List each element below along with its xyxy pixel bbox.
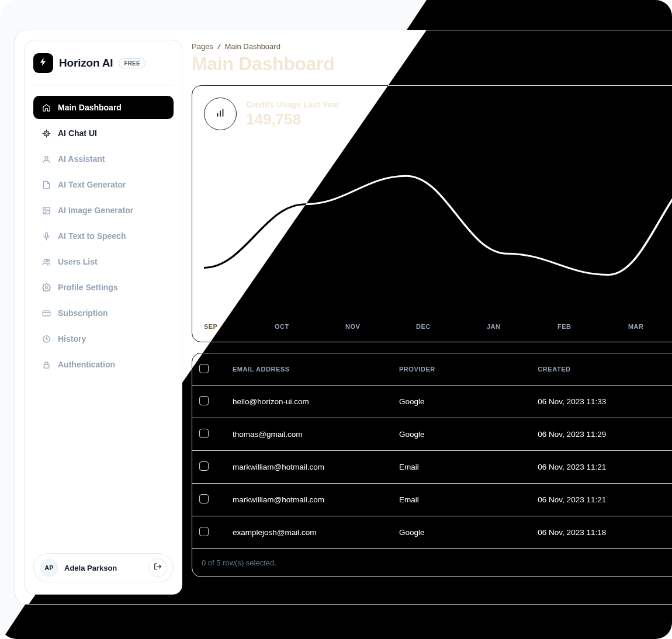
select-all-checkbox[interactable]	[199, 364, 209, 373]
svg-point-13	[45, 286, 47, 289]
table-row: markwilliam@hotmail.comEmail06 Nov, 2023…	[192, 451, 672, 484]
sidebar-item-history[interactable]: History	[33, 327, 174, 350]
table-header-row: EMAIL ADDRESSPROVIDERCREATEDLAST S	[192, 353, 672, 386]
row-checkbox[interactable]	[199, 429, 209, 438]
cell-email: hello@horizon-ui.com	[226, 386, 392, 418]
row-checkbox[interactable]	[199, 396, 209, 405]
sidebar-item-subscription[interactable]: Subscription	[33, 301, 174, 325]
x-tick: FEB	[557, 323, 628, 330]
chip-icon	[41, 129, 51, 138]
chart-svg	[204, 148, 672, 317]
cell-created: 06 Nov, 2023 11:18	[531, 516, 672, 549]
cell-provider: Google	[392, 418, 531, 451]
breadcrumb: Pages / Main Dashboard	[192, 40, 672, 51]
page-title: Main Dashboard	[192, 53, 672, 75]
gear-icon	[41, 283, 51, 292]
users-table: EMAIL ADDRESSPROVIDERCREATEDLAST S hello…	[192, 353, 672, 549]
svg-rect-1	[46, 133, 47, 134]
x-tick: JAN	[487, 323, 557, 330]
row-checkbox[interactable]	[199, 527, 209, 536]
sidebar-item-main-dashboard[interactable]: Main Dashboard	[33, 96, 174, 119]
main-content: Pages / Main Dashboard Main Dashboard Cr…	[192, 40, 672, 595]
column-header[interactable]: PROVIDER	[392, 353, 531, 386]
brand-name: Horizon AI	[59, 57, 113, 70]
brand-row: Horizon AI FREE	[33, 52, 174, 85]
table-row: thomas@gmail.comGoogle06 Nov, 2023 11:29…	[192, 418, 672, 451]
metric-value: 149,758	[246, 110, 340, 129]
sidebar-item-ai-text-generator[interactable]: AI Text Generator	[33, 173, 174, 196]
svg-rect-17	[44, 364, 49, 367]
plan-badge: FREE	[119, 58, 145, 68]
user-name: Adela Parkson	[64, 564, 117, 572]
cell-email: markwilliam@hotmail.com	[226, 451, 392, 484]
logout-icon	[154, 562, 162, 573]
cell-provider: Email	[392, 451, 531, 484]
cell-provider: Google	[392, 386, 531, 418]
sidebar-item-users-list[interactable]: Users List	[33, 250, 174, 273]
sidebar-item-label: AI Assistant	[58, 154, 105, 164]
clock-icon	[41, 334, 51, 343]
breadcrumb-separator: /	[218, 42, 220, 51]
metric-icon-wrap	[204, 98, 237, 130]
users-table-card: EMAIL ADDRESSPROVIDERCREATEDLAST S hello…	[192, 353, 672, 577]
card-icon	[41, 308, 51, 318]
logout-button[interactable]	[148, 558, 167, 577]
table-row: markwilliam@hotmail.comEmail06 Nov, 2023…	[192, 484, 672, 516]
image-icon	[41, 206, 51, 215]
breadcrumb-current: Main Dashboard	[225, 42, 280, 51]
sidebar-item-label: Users List	[58, 257, 98, 266]
sidebar-item-label: Authentication	[58, 360, 115, 369]
column-header[interactable]: CREATED	[531, 353, 672, 386]
cell-created: 06 Nov, 2023 11:33	[531, 386, 672, 418]
chart-area	[204, 148, 672, 317]
svg-rect-9	[45, 232, 47, 237]
table-row: hello@horizon-ui.comGoogle06 Nov, 2023 1…	[192, 386, 672, 418]
avatar: AP	[40, 558, 58, 577]
sidebar-item-ai-image-generator[interactable]: AI Image Generator	[33, 199, 174, 222]
sidebar-item-ai-chat-ui[interactable]: AI Chat UI	[33, 121, 174, 145]
svg-point-8	[44, 209, 46, 210]
column-header[interactable]: EMAIL ADDRESS	[226, 353, 392, 386]
table-body: hello@horizon-ui.comGoogle06 Nov, 2023 1…	[192, 386, 672, 549]
cell-created: 06 Nov, 2023 11:21	[531, 484, 672, 516]
cell-email: thomas@gmail.com	[226, 418, 392, 451]
bolt-icon	[39, 57, 48, 69]
table-footer: 0 of 5 row(s) selected.	[192, 549, 672, 577]
sidebar-item-label: Profile Settings	[58, 283, 118, 292]
sidebar-item-label: AI Image Generator	[58, 206, 133, 215]
x-tick: OCT	[275, 323, 345, 330]
lock-icon	[41, 360, 51, 369]
breadcrumb-root[interactable]: Pages	[192, 42, 213, 51]
document-icon	[41, 180, 51, 189]
sidebar-item-label: Subscription	[58, 308, 108, 318]
brand-logo	[33, 53, 53, 73]
sidebar-item-label: AI Chat UI	[58, 129, 97, 138]
svg-point-12	[47, 259, 49, 261]
metric-row: Credits Usage Last Year 149,758	[204, 98, 672, 130]
sidebar-item-label: History	[58, 334, 86, 343]
cell-email: markwilliam@hotmail.com	[226, 484, 392, 516]
cell-email: examplejosh@mail.com	[226, 516, 392, 549]
sidebar: Horizon AI FREE Main DashboardAI Chat UI…	[25, 40, 182, 595]
table-row: examplejosh@mail.comGoogle06 Nov, 2023 1…	[192, 516, 672, 549]
sidebar-item-authentication[interactable]: Authentication	[33, 353, 174, 376]
sidebar-item-ai-text-to-speech[interactable]: AI Text to Speech	[33, 224, 174, 248]
row-checkbox[interactable]	[199, 461, 209, 471]
sidebar-item-ai-assistant[interactable]: AI Assistant	[33, 147, 174, 171]
user-icon	[41, 154, 51, 164]
sidebar-user-footer: AP Adela Parkson	[33, 553, 174, 582]
sidebar-item-label: Main Dashboard	[58, 103, 122, 112]
svg-rect-0	[44, 131, 49, 136]
cell-provider: Google	[392, 516, 531, 549]
x-tick: NOV	[345, 323, 416, 330]
row-checkbox[interactable]	[199, 494, 209, 503]
metric-label: Credits Usage Last Year	[246, 100, 340, 109]
chart-x-axis: SEPOCTNOVDECJANFEBMAR	[204, 317, 672, 330]
mic-icon	[41, 231, 51, 241]
credits-chart-card: Credits Usage Last Year 149,758 SEPOCTNO…	[192, 85, 672, 342]
x-tick: DEC	[416, 323, 487, 330]
sidebar-item-label: AI Text Generator	[58, 180, 126, 189]
sidebar-item-profile-settings[interactable]: Profile Settings	[33, 276, 174, 299]
sidebar-nav: Main DashboardAI Chat UIAI AssistantAI T…	[33, 96, 174, 553]
users-icon	[41, 257, 51, 266]
